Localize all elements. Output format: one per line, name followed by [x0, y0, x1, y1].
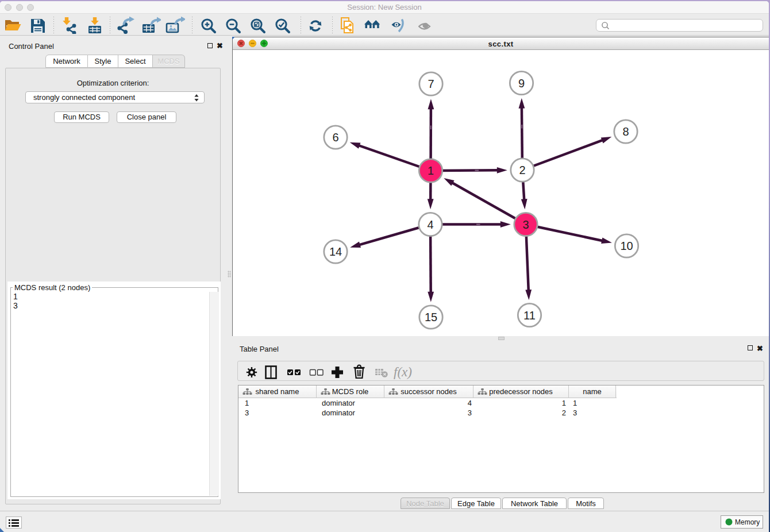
svg-text:6: 6 [332, 131, 338, 144]
svg-text:11: 11 [523, 309, 536, 322]
svg-text:4: 4 [427, 218, 433, 231]
svg-text:10: 10 [620, 240, 633, 252]
svg-text:9: 9 [518, 77, 525, 90]
svg-text:7: 7 [428, 78, 434, 90]
svg-text:14: 14 [329, 245, 342, 258]
svg-text:2: 2 [519, 164, 525, 176]
svg-text:8: 8 [622, 125, 629, 138]
svg-text:3: 3 [522, 218, 529, 231]
svg-text:1: 1 [428, 164, 434, 177]
svg-text:f(x): f(x) [394, 365, 412, 379]
svg-text:15: 15 [425, 311, 437, 323]
